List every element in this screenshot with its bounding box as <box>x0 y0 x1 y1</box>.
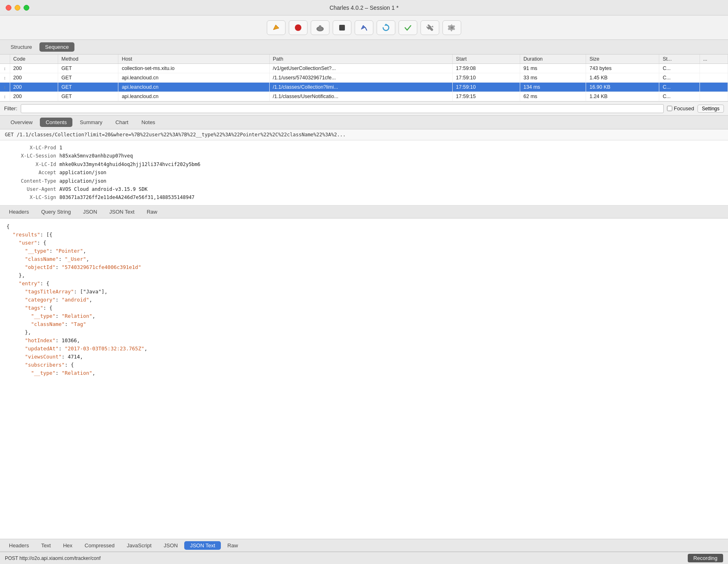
sub-tab-json[interactable]: JSON <box>77 208 103 216</box>
statusbar: POST http://o2o.api.xiaomi.com/tracker/c… <box>0 552 728 564</box>
tab-contents[interactable]: Contents <box>40 118 72 127</box>
col-duration[interactable]: Duration <box>520 55 586 64</box>
svg-point-3 <box>319 25 321 28</box>
bottom-tab-compressed[interactable]: Compressed <box>79 541 120 550</box>
row-status: C... <box>659 73 700 83</box>
col-method[interactable]: Method <box>58 55 118 64</box>
row-path: /v1/getUserCollectionSet?... <box>269 64 452 73</box>
bottom-tab-raw[interactable]: Raw <box>222 541 244 550</box>
status-url: POST http://o2o.api.xiaomi.com/tracker/c… <box>5 555 100 561</box>
bottom-tab-hex[interactable]: Hex <box>57 541 78 550</box>
titlebar: Charles 4.0.2 – Session 1 * <box>0 0 728 15</box>
row-host: api.leancloud.cn <box>118 73 269 83</box>
table-row[interactable]: ↕ 200 GET api.leancloud.cn /1.1/users/57… <box>0 73 728 83</box>
table-row[interactable]: ↕ 200 GET api.leancloud.cn /1.1/classes/… <box>0 92 728 101</box>
col-size[interactable]: Size <box>586 55 659 64</box>
settings-button[interactable]: Settings <box>697 105 724 113</box>
row-code: 200 <box>10 92 58 101</box>
col-code[interactable]: Code <box>10 55 58 64</box>
header-value: 803671a3726ff2e11de4A246d7e56f31,1488535… <box>59 193 194 201</box>
header-row: X-LC-Idmhke0kuv33myn4t4ghuid4oq2hjj12li3… <box>7 160 721 168</box>
validate-btn[interactable] <box>399 20 417 35</box>
header-row: Content-Typeapplication/json <box>7 177 721 185</box>
header-value: mhke0kuv33myn4t4ghuid4oq2hjj12li374hvcif… <box>59 160 201 168</box>
col-status[interactable]: St... <box>659 55 700 64</box>
request-detail-header: GET /1.1/classes/Collection?limit=20&whe… <box>0 129 728 140</box>
row-more <box>700 92 728 101</box>
record-btn[interactable] <box>289 20 307 35</box>
focused-checkbox[interactable] <box>667 106 672 111</box>
stop-btn[interactable] <box>333 20 351 35</box>
header-value: AVOS Cloud android-v3.15.9 SDK <box>59 185 148 193</box>
bottom-sub-tabs: Headers Text Hex Compressed JavaScript J… <box>0 539 728 552</box>
header-value: h85xak5mnvz0anhbzup07hveq <box>59 152 133 160</box>
pen-tool-btn[interactable] <box>267 20 286 35</box>
row-size: 16.90 KB <box>586 83 659 92</box>
header-key: User-Agent <box>7 185 59 193</box>
filter-input[interactable] <box>21 104 664 113</box>
tab-summary[interactable]: Summary <box>74 118 108 127</box>
row-duration: 33 ms <box>520 73 586 83</box>
tools-btn[interactable] <box>421 20 439 35</box>
bottom-tab-text[interactable]: Text <box>35 541 57 550</box>
svg-point-2 <box>318 27 323 31</box>
col-more: ... <box>700 55 728 64</box>
row-host: api.leancloud.cn <box>118 92 269 101</box>
row-icon: ↕ <box>0 73 10 83</box>
bottom-tab-json[interactable]: JSON <box>158 541 184 550</box>
sub-tab-raw[interactable]: Raw <box>141 208 163 216</box>
throttle-btn[interactable] <box>311 20 329 35</box>
row-code: 200 <box>10 83 58 92</box>
recording-badge: Recording <box>688 554 723 562</box>
tab-structure[interactable]: Structure <box>5 42 38 52</box>
traffic-lights <box>6 5 29 11</box>
row-icon: ↕ <box>0 64 10 73</box>
sub-tab-headers[interactable]: Headers <box>3 208 35 216</box>
tab-overview[interactable]: Overview <box>5 118 38 127</box>
maximize-button[interactable] <box>24 5 29 11</box>
row-start: 17:59:10 <box>453 83 520 92</box>
header-key: Accept <box>7 168 59 177</box>
table-row[interactable]: ↕ 200 GET api.leancloud.cn /1.1/classes/… <box>0 83 728 92</box>
col-path[interactable]: Path <box>269 55 452 64</box>
content-tabs: Overview Contents Summary Chart Notes <box>0 116 728 129</box>
json-panel: { "results": [{ "user": { "__type": "Poi… <box>0 219 728 539</box>
close-button[interactable] <box>6 5 11 11</box>
tab-chart[interactable]: Chart <box>110 118 134 127</box>
row-code: 200 <box>10 73 58 83</box>
bottom-tab-headers[interactable]: Headers <box>3 541 35 550</box>
sub-tab-querystring[interactable]: Query String <box>35 208 76 216</box>
focused-checkbox-wrap: Focused <box>667 105 694 111</box>
header-row: X-LC-Sessionh85xak5mnvz0anhbzup07hveq <box>7 152 721 160</box>
header-key: X-LC-Session <box>7 152 59 160</box>
row-start: 17:59:10 <box>453 73 520 83</box>
compose-btn[interactable] <box>355 20 373 35</box>
header-key: X-LC-Prod <box>7 144 59 152</box>
row-icon: ↕ <box>0 83 10 92</box>
col-start[interactable]: Start <box>453 55 520 64</box>
header-row: Acceptapplication/json <box>7 168 721 177</box>
tab-sequence[interactable]: Sequence <box>39 42 75 52</box>
svg-point-0 <box>295 24 301 31</box>
tab-notes[interactable]: Notes <box>136 118 161 127</box>
col-host[interactable]: Host <box>118 55 269 64</box>
minimize-button[interactable] <box>15 5 20 11</box>
sub-tab-jsontext[interactable]: JSON Text <box>104 208 140 216</box>
svg-rect-4 <box>339 25 345 31</box>
row-duration: 91 ms <box>520 64 586 73</box>
bottom-tab-jsontext[interactable]: JSON Text <box>184 541 221 550</box>
refresh-btn[interactable] <box>377 20 395 35</box>
svg-line-5 <box>365 27 367 31</box>
row-method: GET <box>58 83 118 92</box>
row-size: 1.24 KB <box>586 92 659 101</box>
row-duration: 134 ms <box>520 83 586 92</box>
row-path: /1.1/classes/UserNotificatio... <box>269 92 452 101</box>
settings-btn[interactable] <box>442 20 461 35</box>
headers-panel: X-LC-Prod1X-LC-Sessionh85xak5mnvz0anhbzu… <box>0 140 728 205</box>
row-host: api.leancloud.cn <box>118 83 269 92</box>
row-start: 17:59:08 <box>453 64 520 73</box>
table-row[interactable]: ↕ 200 GET collection-set-ms.xitu.io /v1/… <box>0 64 728 73</box>
bottom-tab-javascript[interactable]: JavaScript <box>121 541 157 550</box>
row-method: GET <box>58 73 118 83</box>
top-tabs: Structure Sequence <box>0 40 728 55</box>
